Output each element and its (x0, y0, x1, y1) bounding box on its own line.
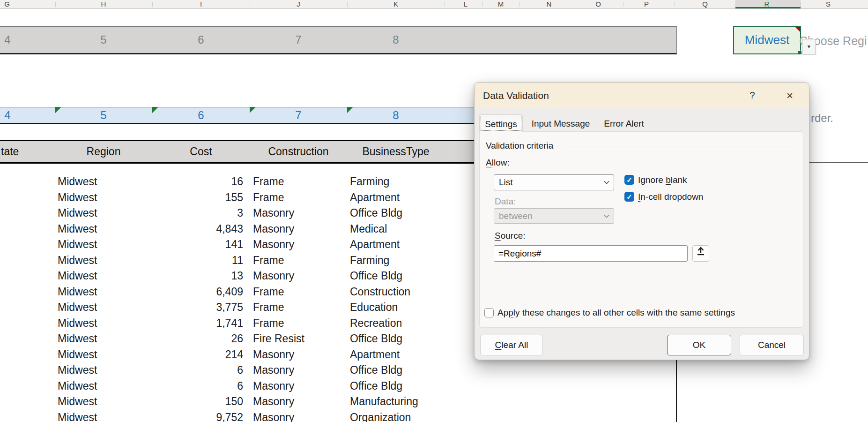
cell-region[interactable]: Midwest (58, 205, 137, 221)
cell-cost[interactable]: 214 (141, 347, 243, 362)
sheet-cell-number[interactable]: 5 (93, 27, 114, 53)
column-header-G[interactable]: G (0, 0, 17, 8)
cell-businesstype[interactable]: Apartment (350, 347, 462, 362)
cell-businesstype[interactable]: Office Bldg (350, 362, 462, 378)
tab-error-alert[interactable]: Error Alert (596, 116, 652, 132)
cell-cost[interactable]: 6 (141, 362, 243, 378)
apply-changes-checkbox[interactable] (484, 308, 494, 317)
cell-businesstype[interactable]: Apartment (350, 236, 462, 252)
cell-construction[interactable]: Frame (253, 284, 337, 300)
cell-construction[interactable]: Fire Resist (253, 331, 337, 347)
clear-all-button[interactable]: Clear All (480, 335, 543, 355)
column-header-N[interactable]: N (539, 0, 559, 8)
cell-businesstype[interactable]: Organization (350, 409, 462, 422)
sheet-cell-number[interactable]: 6 (191, 107, 211, 123)
close-icon[interactable]: × (784, 83, 796, 108)
cell-businesstype[interactable]: Office Bldg (350, 205, 462, 221)
help-icon[interactable]: ? (747, 83, 758, 108)
cell-businesstype[interactable]: Education (350, 299, 462, 315)
cell-construction[interactable]: Masonry (253, 409, 337, 422)
cell-region[interactable]: Midwest (58, 221, 137, 237)
cell-region[interactable]: Midwest (58, 252, 137, 268)
cell-region[interactable]: Midwest (58, 409, 137, 422)
cell-businesstype[interactable]: Manufacturing (350, 393, 462, 409)
source-input[interactable] (494, 245, 688, 262)
sheet-cell-number[interactable]: 5 (93, 107, 114, 123)
cell-construction[interactable]: Masonry (253, 205, 337, 221)
cell-construction[interactable]: Masonry (253, 362, 337, 378)
column-header-L[interactable]: L (455, 0, 476, 8)
cell-businesstype[interactable]: Recreation (350, 315, 462, 331)
cell-region[interactable]: Midwest (58, 378, 137, 394)
table-header-cell[interactable]: tate (1, 141, 34, 162)
cell-construction[interactable]: Frame (253, 299, 337, 315)
table-header-cell[interactable]: Region (66, 141, 141, 162)
cell-construction[interactable]: Masonry (253, 221, 337, 237)
sheet-cell-number[interactable]: 4 (0, 107, 18, 123)
region-cell[interactable]: Midwest (733, 26, 801, 54)
column-header-J[interactable]: J (288, 0, 309, 8)
cell-businesstype[interactable]: Medical (350, 221, 462, 237)
cell-construction[interactable]: Masonry (253, 236, 337, 252)
sheet-cell-number[interactable]: 8 (386, 27, 406, 53)
cell-region[interactable]: Midwest (58, 299, 137, 315)
fill-handle[interactable] (798, 51, 802, 55)
cell-businesstype[interactable]: Office Bldg (350, 378, 462, 394)
table-header-cell[interactable]: Cost (168, 141, 234, 162)
ignore-blank-checkbox[interactable]: ✓ (624, 175, 634, 185)
cell-region[interactable]: Midwest (58, 173, 137, 189)
cell-region[interactable]: Midwest (58, 393, 137, 409)
cell-region[interactable]: Midwest (58, 362, 137, 378)
collapse-dialog-button[interactable] (692, 245, 709, 262)
in-cell-dropdown-button[interactable]: ▼ (802, 39, 816, 54)
cell-cost[interactable]: 150 (141, 393, 243, 409)
column-header-I[interactable]: I (191, 0, 211, 8)
cell-cost[interactable]: 3,775 (141, 299, 243, 315)
cell-cost[interactable]: 26 (141, 331, 243, 347)
cell-cost[interactable]: 141 (141, 236, 243, 252)
cell-businesstype[interactable]: Farming (350, 252, 462, 268)
cell-region[interactable]: Midwest (58, 268, 137, 284)
cell-cost[interactable]: 4,843 (141, 221, 243, 237)
cell-region[interactable]: Midwest (58, 315, 137, 331)
cancel-button[interactable]: Cancel (740, 335, 804, 355)
cell-cost[interactable]: 3 (141, 205, 243, 221)
cell-cost[interactable]: 1,741 (141, 315, 243, 331)
sheet-cell-number[interactable]: 7 (288, 107, 309, 123)
cell-construction[interactable]: Masonry (253, 378, 337, 394)
column-header-H[interactable]: H (93, 0, 114, 8)
sheet-cell-number[interactable]: 7 (288, 27, 309, 53)
cell-construction[interactable]: Masonry (253, 393, 337, 409)
column-header-S[interactable]: S (818, 0, 838, 8)
cell-cost[interactable]: 11 (141, 252, 243, 268)
cell-businesstype[interactable]: Office Bldg (350, 331, 462, 347)
cell-construction[interactable]: Frame (253, 252, 337, 268)
table-header-cell[interactable]: BusinessType (340, 141, 452, 162)
column-header-M[interactable]: M (490, 0, 511, 8)
cell-construction[interactable]: Frame (253, 315, 337, 331)
cell-cost[interactable]: 16 (141, 173, 243, 189)
cell-businesstype[interactable]: Apartment (350, 189, 462, 205)
cell-cost[interactable]: 155 (141, 189, 243, 205)
cell-region[interactable]: Midwest (58, 347, 137, 362)
cell-construction[interactable]: Frame (253, 189, 337, 205)
ok-button[interactable]: OK (667, 335, 731, 355)
cell-cost[interactable]: 9,752 (141, 409, 243, 422)
column-header-Q[interactable]: Q (695, 0, 715, 8)
sheet-cell-number[interactable]: 4 (0, 27, 18, 53)
column-header-O[interactable]: O (588, 0, 608, 8)
cell-construction[interactable]: Masonry (253, 268, 337, 284)
cell-businesstype[interactable]: Farming (350, 173, 462, 189)
cell-region[interactable]: Midwest (58, 331, 137, 347)
dialog-titlebar[interactable]: Data Validation ? × (475, 83, 809, 108)
cell-region[interactable]: Midwest (58, 189, 137, 205)
cell-region[interactable]: Midwest (58, 236, 137, 252)
cell-businesstype[interactable]: Construction (350, 284, 462, 300)
sheet-cell-number[interactable]: 8 (386, 107, 406, 123)
cell-construction[interactable]: Masonry (253, 347, 337, 362)
tab-input-message[interactable]: Input Message (526, 116, 595, 132)
tab-settings[interactable]: Settings (479, 114, 523, 132)
cell-cost[interactable]: 6,409 (141, 284, 243, 300)
column-header-K[interactable]: K (386, 0, 406, 8)
cell-businesstype[interactable]: Office Bldg (350, 268, 462, 284)
